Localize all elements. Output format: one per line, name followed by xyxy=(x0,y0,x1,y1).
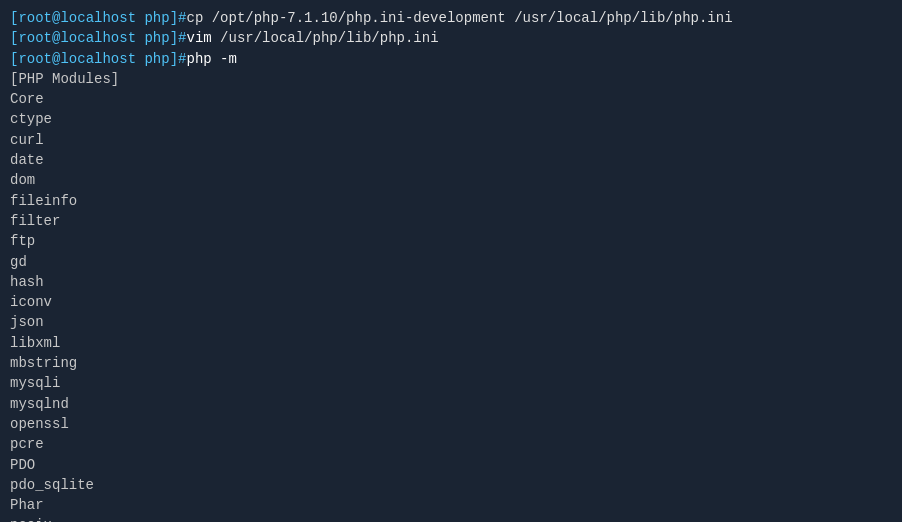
cmd-keyword-2: vim xyxy=(186,28,211,48)
output-posix: posix xyxy=(10,515,892,522)
output-libxml: libxml xyxy=(10,333,892,353)
prompt-user-1: root xyxy=(18,8,52,28)
output-ftp: ftp xyxy=(10,231,892,251)
output-curl: curl xyxy=(10,130,892,150)
output-phar: Phar xyxy=(10,495,892,515)
prompt-space-3 xyxy=(136,49,144,69)
output-date: date xyxy=(10,150,892,170)
prompt-at-3: @ xyxy=(52,49,60,69)
output-openssl: openssl xyxy=(10,414,892,434)
output-pdo: PDO xyxy=(10,455,892,475)
prompt-space-2 xyxy=(136,28,144,48)
output-core: Core xyxy=(10,89,892,109)
output-pdo-sqlite: pdo_sqlite xyxy=(10,475,892,495)
prompt-hash-1: # xyxy=(178,8,186,28)
terminal-line-3: [root@localhost php]#php -m xyxy=(10,49,892,69)
output-mysqlnd: mysqlnd xyxy=(10,394,892,414)
prompt-close-1: ] xyxy=(170,8,178,28)
prompt-close-2: ] xyxy=(170,28,178,48)
prompt-dir-1: php xyxy=(144,8,169,28)
output-mbstring: mbstring xyxy=(10,353,892,373)
prompt-2: [ xyxy=(10,28,18,48)
prompt-at-1: @ xyxy=(52,8,60,28)
output-gd: gd xyxy=(10,252,892,272)
output-dom: dom xyxy=(10,170,892,190)
output-ctype: ctype xyxy=(10,109,892,129)
prompt-dir-3: php xyxy=(144,49,169,69)
prompt-host-1: localhost xyxy=(60,8,136,28)
prompt-dir-2: php xyxy=(144,28,169,48)
output-filter: filter xyxy=(10,211,892,231)
cmd-2: /usr/local/php/lib/php.ini xyxy=(212,28,439,48)
output-json: json xyxy=(10,312,892,332)
prompt-close-3: ] xyxy=(170,49,178,69)
prompt-3: [ xyxy=(10,49,18,69)
terminal-line-2: [root@localhost php]#vim /usr/local/php/… xyxy=(10,28,892,48)
terminal-window: [root@localhost php]#cp /opt/php-7.1.10/… xyxy=(0,0,902,522)
prompt-1: [ xyxy=(10,8,18,28)
prompt-at-2: @ xyxy=(52,28,60,48)
output-iconv: iconv xyxy=(10,292,892,312)
prompt-hash-2: # xyxy=(178,28,186,48)
prompt-host-2: localhost xyxy=(60,28,136,48)
prompt-space-1 xyxy=(136,8,144,28)
prompt-host-3: localhost xyxy=(60,49,136,69)
output-php-modules: [PHP Modules] xyxy=(10,69,892,89)
prompt-user-3: root xyxy=(18,49,52,69)
cmd-keyword-3: php -m xyxy=(186,49,236,69)
output-fileinfo: fileinfo xyxy=(10,191,892,211)
output-hash: hash xyxy=(10,272,892,292)
output-pcre: pcre xyxy=(10,434,892,454)
prompt-hash-3: # xyxy=(178,49,186,69)
cmd-1: cp /opt/php-7.1.10/php.ini-development /… xyxy=(186,8,732,28)
terminal-line-1: [root@localhost php]#cp /opt/php-7.1.10/… xyxy=(10,8,892,28)
prompt-user-2: root xyxy=(18,28,52,48)
output-mysqli: mysqli xyxy=(10,373,892,393)
